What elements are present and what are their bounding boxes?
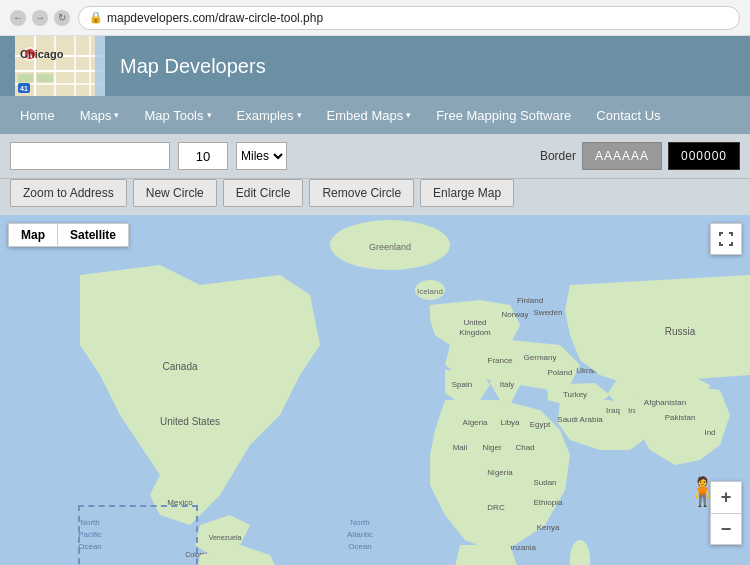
svg-text:41: 41 bbox=[20, 85, 28, 92]
border-label: Border bbox=[540, 149, 576, 163]
examples-arrow-icon: ▾ bbox=[297, 110, 302, 120]
svg-text:Ethiopia: Ethiopia bbox=[534, 498, 563, 507]
map-toggle: Map Satellite bbox=[8, 223, 129, 247]
svg-text:Chad: Chad bbox=[515, 443, 534, 452]
svg-text:Libya: Libya bbox=[500, 418, 520, 427]
embed-maps-arrow-icon: ▾ bbox=[406, 110, 411, 120]
zoom-controls: + − bbox=[710, 481, 742, 545]
border-color-button[interactable]: 000000 bbox=[668, 142, 740, 170]
svg-text:Italy: Italy bbox=[500, 380, 515, 389]
radius-input[interactable]: 10 bbox=[178, 142, 228, 170]
svg-rect-8 bbox=[18, 74, 33, 82]
address-input[interactable] bbox=[10, 142, 170, 170]
back-button[interactable]: ← bbox=[10, 10, 26, 26]
svg-text:Russia: Russia bbox=[665, 326, 696, 337]
refresh-button[interactable]: ↻ bbox=[54, 10, 70, 26]
edit-circle-button[interactable]: Edit Circle bbox=[223, 179, 304, 207]
svg-text:Sudan: Sudan bbox=[533, 478, 556, 487]
remove-circle-button[interactable]: Remove Circle bbox=[309, 179, 414, 207]
svg-text:Ocean: Ocean bbox=[78, 542, 102, 551]
svg-text:Turkey: Turkey bbox=[563, 390, 587, 399]
zoom-to-address-button[interactable]: Zoom to Address bbox=[10, 179, 127, 207]
svg-text:Ind: Ind bbox=[704, 428, 715, 437]
nav-maps[interactable]: Maps ▾ bbox=[70, 103, 130, 128]
nav-embed-maps[interactable]: Embed Maps ▾ bbox=[317, 103, 422, 128]
nav-map-tools[interactable]: Map Tools ▾ bbox=[134, 103, 221, 128]
svg-text:Pacific: Pacific bbox=[78, 530, 102, 539]
svg-rect-10 bbox=[95, 36, 105, 96]
svg-text:France: France bbox=[488, 356, 513, 365]
svg-text:Algeria: Algeria bbox=[463, 418, 488, 427]
svg-text:Ocean: Ocean bbox=[348, 542, 372, 551]
maps-arrow-icon: ▾ bbox=[114, 110, 119, 120]
action-bar: Zoom to Address New Circle Edit Circle R… bbox=[0, 179, 750, 215]
secure-icon: 🔒 bbox=[89, 11, 103, 24]
url-bar[interactable]: 🔒 mapdevelopers.com/draw-circle-tool.php bbox=[78, 6, 740, 30]
nav-home[interactable]: Home bbox=[10, 103, 65, 128]
fullscreen-button[interactable] bbox=[710, 223, 742, 255]
nav-free-mapping[interactable]: Free Mapping Software bbox=[426, 103, 581, 128]
svg-text:United: United bbox=[463, 318, 486, 327]
svg-text:Atlantic: Atlantic bbox=[347, 530, 373, 539]
browser-controls: ← → ↻ bbox=[10, 10, 70, 26]
fullscreen-icon bbox=[718, 231, 734, 247]
svg-text:United States: United States bbox=[160, 416, 220, 427]
svg-text:Greenland: Greenland bbox=[369, 242, 411, 252]
svg-text:Saudi Arabia: Saudi Arabia bbox=[557, 415, 603, 424]
map-view-button[interactable]: Map bbox=[8, 223, 57, 247]
color-controls: Border AAAAAA 000000 bbox=[540, 142, 740, 170]
svg-text:Sweden: Sweden bbox=[534, 308, 563, 317]
svg-text:North: North bbox=[80, 518, 100, 527]
nav-bar: Home Maps ▾ Map Tools ▾ Examples ▾ Embed… bbox=[0, 96, 750, 134]
svg-text:Mali: Mali bbox=[453, 443, 468, 452]
pegman-icon[interactable]: 🧍 bbox=[685, 475, 705, 515]
svg-text:Poland: Poland bbox=[548, 368, 573, 377]
svg-text:Germany: Germany bbox=[524, 353, 557, 362]
svg-text:Spain: Spain bbox=[452, 380, 472, 389]
svg-text:Iraq: Iraq bbox=[606, 406, 620, 415]
site-title: Map Developers bbox=[120, 55, 266, 78]
chicago-label: Chicago bbox=[20, 48, 63, 60]
svg-text:Niger: Niger bbox=[482, 443, 501, 452]
fill-color-button[interactable]: AAAAAA bbox=[582, 142, 662, 170]
svg-text:Egypt: Egypt bbox=[530, 420, 551, 429]
site-header: A 41 Chicago Map Developers bbox=[0, 36, 750, 96]
svg-text:Nigeria: Nigeria bbox=[487, 468, 513, 477]
browser-bar: ← → ↻ 🔒 mapdevelopers.com/draw-circle-to… bbox=[0, 0, 750, 36]
forward-button[interactable]: → bbox=[32, 10, 48, 26]
zoom-in-button[interactable]: + bbox=[710, 481, 742, 513]
unit-select[interactable]: Miles Km bbox=[236, 142, 287, 170]
svg-text:Finland: Finland bbox=[517, 296, 543, 305]
nav-examples[interactable]: Examples ▾ bbox=[227, 103, 312, 128]
svg-text:Kingdom: Kingdom bbox=[459, 328, 491, 337]
svg-text:North: North bbox=[350, 518, 370, 527]
svg-text:Norway: Norway bbox=[501, 310, 528, 319]
map-svg: Greenland Iceland Canada United States M… bbox=[0, 215, 750, 565]
zoom-out-button[interactable]: − bbox=[710, 513, 742, 545]
svg-text:Mexico: Mexico bbox=[167, 498, 193, 507]
svg-rect-9 bbox=[37, 74, 53, 82]
svg-text:Canada: Canada bbox=[162, 361, 197, 372]
chicago-map-thumbnail: A 41 Chicago bbox=[15, 36, 105, 96]
svg-text:Kenya: Kenya bbox=[537, 523, 560, 532]
svg-text:Iceland: Iceland bbox=[417, 287, 443, 296]
toolbar: 10 Miles Km Border AAAAAA 000000 bbox=[0, 134, 750, 179]
map-tools-arrow-icon: ▾ bbox=[207, 110, 212, 120]
svg-text:Afghanistan: Afghanistan bbox=[644, 398, 686, 407]
map-area[interactable]: Greenland Iceland Canada United States M… bbox=[0, 215, 750, 565]
new-circle-button[interactable]: New Circle bbox=[133, 179, 217, 207]
svg-text:DRC: DRC bbox=[487, 503, 505, 512]
nav-contact-us[interactable]: Contact Us bbox=[586, 103, 670, 128]
satellite-view-button[interactable]: Satellite bbox=[57, 223, 129, 247]
svg-text:Venezuela: Venezuela bbox=[209, 534, 242, 541]
url-text: mapdevelopers.com/draw-circle-tool.php bbox=[107, 11, 323, 25]
svg-text:Pakistan: Pakistan bbox=[665, 413, 696, 422]
enlarge-map-button[interactable]: Enlarge Map bbox=[420, 179, 514, 207]
